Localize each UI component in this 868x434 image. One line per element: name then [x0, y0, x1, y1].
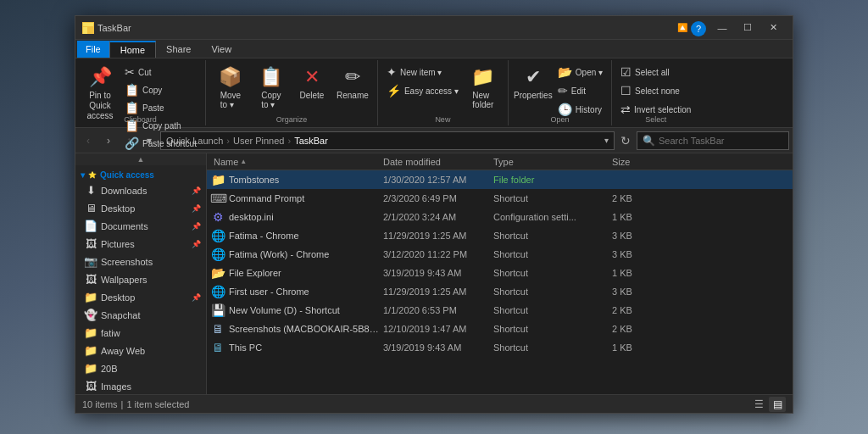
properties-button[interactable]: ✔ Properties	[514, 64, 553, 102]
file-icon-screenshots-mac: 🖥	[210, 322, 225, 336]
sidebar-item-label: Screenshots	[101, 257, 201, 267]
open-button[interactable]: 📂 Open ▾	[554, 64, 606, 81]
sidebar-item-pictures[interactable]: 🖼 Pictures 📌	[75, 235, 206, 253]
file-date: 2/3/2020 6:49 PM	[383, 193, 493, 203]
table-row[interactable]: 🌐 First user - Chrome 11/29/2019 1:25 AM…	[207, 282, 793, 301]
file-date: 2/1/2020 3:24 AM	[383, 212, 493, 222]
sidebar-item-desktop-2[interactable]: 📁 Desktop 📌	[75, 288, 206, 306]
file-size: 1 KB	[612, 268, 663, 278]
breadcrumb-item-taskbar[interactable]: TaskBar	[294, 136, 328, 146]
tab-view[interactable]: View	[201, 41, 242, 58]
sidebar-item-images[interactable]: 🖼 Images	[75, 377, 206, 394]
easy-access-icon: ⚡	[387, 84, 401, 97]
table-row[interactable]: 🖥 Screenshots (MACBOOKAIR-5B8AMacUs... 1…	[207, 320, 793, 338]
table-row[interactable]: 📂 File Explorer 3/19/2019 9:43 AM Shortc…	[207, 264, 793, 282]
copy-icon: 📋	[125, 83, 139, 97]
window-icon	[82, 22, 94, 34]
sidebar-item-away-web[interactable]: 📁 Away Web	[75, 342, 206, 359]
new-item-button[interactable]: ✦ New item ▾	[383, 64, 462, 81]
ribbon-collapse-btn[interactable]: 🔼	[677, 23, 687, 32]
copy-button[interactable]: 📋 Copy	[121, 81, 200, 98]
maximize-button[interactable]: ☐	[735, 16, 760, 40]
edit-button[interactable]: ✏ Edit	[554, 82, 606, 99]
pin-icon: 📌	[89, 65, 112, 89]
images-icon: 🖼	[84, 380, 97, 392]
sidebar-item-label: Away Web	[101, 346, 201, 356]
sidebar-item-fatiw[interactable]: 📁 fatiw	[75, 324, 206, 342]
file-date: 1/30/2020 12:57 AM	[383, 175, 493, 185]
tab-home[interactable]: Home	[109, 41, 156, 58]
table-row[interactable]: 🖥 This PC 3/19/2019 9:43 AM Shortcut 1 K…	[207, 338, 793, 357]
cut-button[interactable]: ✂ Cut	[121, 64, 200, 81]
sidebar-item-downloads[interactable]: ⬇ Downloads 📌	[75, 181, 206, 199]
select-all-button[interactable]: ☑ Select all	[617, 64, 694, 81]
select-none-icon: ☐	[620, 84, 632, 97]
select-group: ☑ Select all ☐ Select none ⇄ Invert sele…	[612, 60, 699, 125]
col-header-type[interactable]: Type	[490, 153, 609, 170]
table-row[interactable]: 💾 New Volume (D) - Shortcut 1/1/2020 6:5…	[207, 301, 793, 320]
sidebar-item-desktop-1[interactable]: 🖥 Desktop 📌	[75, 199, 206, 217]
minimize-button[interactable]: —	[709, 16, 735, 40]
move-to-button[interactable]: 📦 Moveto ▾	[211, 64, 250, 111]
file-type: File folder	[493, 175, 612, 185]
new-folder-button[interactable]: 📁 Newfolder	[464, 64, 503, 111]
sidebar-item-20b[interactable]: 📁 20B	[75, 359, 206, 377]
copy-to-button[interactable]: 📋 Copyto ▾	[252, 64, 291, 111]
new-label: New	[378, 115, 508, 124]
breadcrumb-sep-1: ›	[226, 136, 230, 146]
rename-button[interactable]: ✏ Rename	[333, 64, 372, 102]
rename-icon: ✏	[345, 65, 360, 89]
select-none-button[interactable]: ☐ Select none	[617, 82, 694, 99]
20b-icon: 📁	[84, 362, 97, 375]
sidebar-item-documents[interactable]: 📄 Documents 📌	[75, 217, 206, 235]
paste-shortcut-button[interactable]: 🔗 Paste shortcut	[121, 135, 200, 152]
file-date: 11/29/2019 1:25 AM	[383, 231, 493, 241]
documents-icon: 📄	[84, 220, 97, 232]
select-all-icon: ☑	[620, 65, 632, 79]
pin-to-quick-access-button[interactable]: 📌 Pin to Quick access	[81, 64, 120, 123]
file-size: 3 KB	[612, 231, 663, 241]
sort-icon-name: ▲	[240, 158, 247, 165]
delete-button[interactable]: ✕ Delete	[292, 64, 331, 102]
organize-group: 📦 Moveto ▾ 📋 Copyto ▾ ✕ Delete ✏ Rename …	[206, 60, 378, 125]
list-view-button[interactable]: ☰	[750, 397, 767, 412]
file-type: Shortcut	[493, 342, 612, 353]
tab-share[interactable]: Share	[156, 41, 201, 58]
details-view-button[interactable]: ▤	[769, 397, 786, 412]
tab-file[interactable]: File	[77, 41, 109, 58]
file-size: 2 KB	[612, 305, 663, 315]
paste-button[interactable]: 📋 Paste	[121, 99, 200, 116]
breadcrumb-sep-2: ›	[287, 136, 291, 146]
select-buttons: ☑ Select all ☐ Select none ⇄ Invert sele…	[617, 64, 694, 138]
sidebar-item-screenshots[interactable]: 📷 Screenshots	[75, 253, 206, 270]
breadcrumb-item-user-pinned[interactable]: User Pinned	[233, 136, 285, 146]
col-header-size[interactable]: Size	[609, 153, 659, 170]
help-button[interactable]: ?	[691, 21, 706, 36]
file-type: Shortcut	[493, 305, 612, 315]
copy-to-icon: 📋	[259, 65, 282, 89]
table-row[interactable]: 🌐 Fatima - Chrome 11/29/2019 1:25 AM Sho…	[207, 226, 793, 245]
sidebar-quick-access-section: ▾ ⭐ Quick access ⬇ Downloads 📌 🖥 Desktop…	[75, 165, 206, 394]
file-size: 1 KB	[612, 212, 663, 222]
col-header-date[interactable]: Date modified	[380, 153, 490, 170]
table-row[interactable]: 🌐 Fatima (Work) - Chrome 3/12/2020 11:22…	[207, 245, 793, 264]
file-icon-new-volume: 💾	[210, 303, 225, 317]
sidebar-item-snapchat[interactable]: 👻 Snapchat	[75, 306, 206, 324]
properties-icon: ✔	[526, 65, 541, 89]
sidebar-item-label: Images	[101, 381, 201, 392]
table-row[interactable]: ⚙ desktop.ini 2/1/2020 3:24 AM Configura…	[207, 208, 793, 226]
window-controls: — ☐ ✕	[709, 16, 786, 40]
file-icon-tombstones: 📁	[210, 173, 225, 186]
table-row[interactable]: 📁 Tombstones 1/30/2020 12:57 AM File fol…	[207, 170, 793, 189]
clipboard-label: Clipboard	[75, 115, 205, 124]
close-button[interactable]: ✕	[760, 16, 786, 40]
file-type: Shortcut	[493, 287, 612, 297]
sidebar-item-wallpapers[interactable]: 🖼 Wallpapers	[75, 270, 206, 288]
table-row[interactable]: ⌨ Command Prompt 2/3/2020 6:49 PM Shortc…	[207, 189, 793, 208]
col-header-name[interactable]: Name ▲	[210, 153, 380, 170]
away-web-icon: 📁	[84, 344, 97, 357]
new-item-icon: ✦	[387, 65, 397, 79]
easy-access-button[interactable]: ⚡ Easy access ▾	[383, 82, 462, 99]
pin-icon-downloads: 📌	[192, 186, 201, 195]
title-controls: 🔼 ?	[677, 19, 709, 36]
